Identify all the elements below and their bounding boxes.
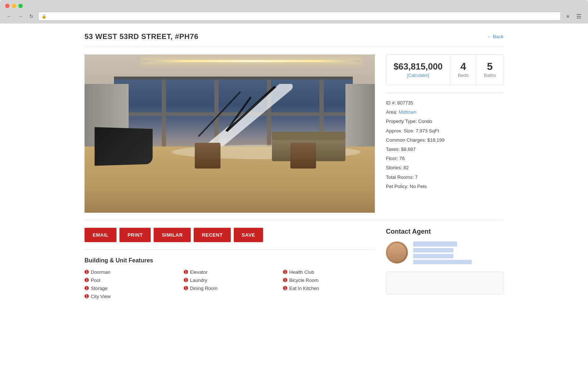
- contact-form-box: [386, 272, 503, 294]
- minimize-button[interactable]: [12, 4, 16, 8]
- detail-id: ID #: 807735: [386, 100, 503, 106]
- agent-avatar: [386, 241, 408, 263]
- refresh-button[interactable]: ↻: [27, 12, 35, 20]
- property-details: ID #: 807735 Area: Midtown Property Type…: [386, 97, 503, 195]
- page-content: 53 WEST 53RD STREET, #PH76 ← Back: [0, 24, 588, 368]
- price-amount: $63,815,000: [394, 61, 442, 72]
- email-button[interactable]: EMAIL: [85, 228, 116, 242]
- baths-number: 5: [484, 61, 496, 72]
- feature-storage: ➊ Storage: [85, 285, 176, 291]
- feature-bicycle-room: ➊ Bicycle Room: [283, 277, 375, 283]
- feature-label: Storage: [91, 286, 108, 291]
- agent-phone-2: [413, 254, 453, 258]
- detail-taxes: Taxes: $8,687: [386, 146, 503, 153]
- feature-label: City View: [91, 294, 111, 299]
- feature-label: Eat In Kitchen: [289, 286, 319, 291]
- feature-pool: ➊ Pool: [85, 277, 176, 283]
- feature-label: Pool: [91, 277, 100, 283]
- detail-pets: Pet Policy: No Pets: [386, 183, 503, 190]
- left-column: [85, 54, 375, 213]
- feature-laundry: ➊ Laundry: [184, 277, 276, 283]
- bottom-left-col: EMAIL PRINT SIMILAR RECENT SAVE Building…: [85, 228, 375, 299]
- check-icon: ➊: [85, 277, 89, 283]
- beds-label: Beds: [458, 72, 469, 78]
- beds-number: 4: [458, 61, 469, 72]
- detail-rooms: Total Rooms: 7: [386, 174, 503, 181]
- page-header: 53 WEST 53RD STREET, #PH76 ← Back: [85, 24, 503, 47]
- address-bar[interactable]: 🔒: [38, 12, 561, 21]
- feature-dining-room: ➊ Dining Room: [184, 285, 276, 291]
- contact-agent-col: Contact Agent: [386, 228, 503, 299]
- contact-title: Contact Agent: [386, 228, 503, 236]
- check-icon: ➊: [85, 293, 89, 299]
- detail-type: Property Type: Condo: [386, 118, 503, 125]
- detail-floor: Floor: 76: [386, 155, 503, 162]
- property-title: 53 WEST 53RD STREET, #PH76: [85, 32, 198, 41]
- check-icon: ➊: [184, 269, 188, 275]
- feature-label: Dining Room: [190, 286, 218, 291]
- forward-nav-button[interactable]: →: [16, 12, 24, 20]
- feature-label: Doorman: [91, 269, 110, 275]
- feature-health-club: ➊ Health Club: [283, 269, 375, 275]
- back-nav-button[interactable]: ←: [5, 12, 13, 20]
- feature-label: Health Club: [289, 269, 314, 275]
- price-details-divider: [386, 93, 503, 93]
- detail-area: Area: Midtown: [386, 109, 503, 116]
- beds-section: 4 Beds: [450, 55, 476, 85]
- feature-eat-in-kitchen: ➊ Eat In Kitchen: [283, 285, 375, 291]
- right-column: $63,815,000 [Calculator] 4 Beds 5: [386, 54, 503, 213]
- feature-label: Bicycle Room: [289, 277, 318, 283]
- baths-label: Baths: [484, 72, 496, 78]
- feature-city-view: ➊ City View: [85, 293, 176, 299]
- title-bar: [0, 0, 588, 10]
- actions-features-divider: [85, 250, 375, 250]
- price-box: $63,815,000 [Calculator] 4 Beds 5: [386, 54, 503, 85]
- back-link[interactable]: ← Back: [487, 34, 503, 39]
- similar-button[interactable]: SIMILAR: [154, 228, 191, 242]
- agent-name: [413, 241, 457, 247]
- piano-decoration: [94, 127, 153, 166]
- bookmark-button[interactable]: ★: [564, 12, 572, 20]
- bottom-layout: EMAIL PRINT SIMILAR RECENT SAVE Building…: [85, 228, 503, 299]
- check-icon: ➊: [184, 277, 188, 283]
- check-icon: ➊: [85, 285, 89, 291]
- check-icon: ➊: [283, 285, 287, 291]
- calculator-link[interactable]: [Calculator]: [407, 73, 429, 78]
- feature-elevator: ➊ Elevator: [184, 269, 276, 275]
- agent-card: [386, 241, 503, 264]
- detail-charges: Common Charges: $18,199: [386, 137, 503, 144]
- menu-button[interactable]: ☰: [575, 12, 583, 20]
- price-section: $63,815,000 [Calculator]: [386, 55, 450, 85]
- main-layout: $63,815,000 [Calculator] 4 Beds 5: [85, 54, 503, 213]
- feature-label: Laundry: [190, 277, 207, 283]
- property-image: [85, 54, 375, 213]
- feature-doorman: ➊ Doorman: [85, 269, 176, 275]
- features-title: Building & Unit Features: [85, 257, 375, 264]
- agent-info: [413, 241, 503, 264]
- check-icon: ➊: [184, 285, 188, 291]
- close-button[interactable]: [5, 4, 10, 8]
- baths-section: 5 Baths: [476, 55, 503, 85]
- lock-icon: 🔒: [42, 14, 47, 19]
- area-label-text: Area:: [386, 109, 399, 115]
- check-icon: ➊: [283, 269, 287, 275]
- features-grid: ➊ Doorman ➊ Elevator ➊ Health Club: [85, 269, 375, 299]
- action-buttons: EMAIL PRINT SIMILAR RECENT SAVE: [85, 228, 375, 242]
- print-button[interactable]: PRINT: [119, 228, 151, 242]
- check-icon: ➊: [283, 277, 287, 283]
- contact-form-inner: [386, 272, 503, 294]
- maximize-button[interactable]: [18, 4, 23, 8]
- agent-email: [413, 260, 472, 264]
- features-section: Building & Unit Features ➊ Doorman ➊ Ele…: [85, 257, 375, 299]
- detail-size: Approx. Size: 7,973 SqFt: [386, 128, 503, 134]
- save-button[interactable]: SAVE: [234, 228, 263, 242]
- contact-agent-section: Contact Agent: [386, 228, 503, 264]
- area-link[interactable]: Midtown: [399, 109, 416, 115]
- browser-toolbar: ← → ↻ 🔒 ★ ☰: [0, 10, 588, 24]
- agent-phone-1: [413, 248, 453, 252]
- recent-button[interactable]: RECENT: [194, 228, 230, 242]
- check-icon: ➊: [85, 269, 89, 275]
- feature-label: Elevator: [190, 269, 208, 275]
- main-separator: [85, 220, 503, 220]
- detail-stories: Stories: 82: [386, 164, 503, 171]
